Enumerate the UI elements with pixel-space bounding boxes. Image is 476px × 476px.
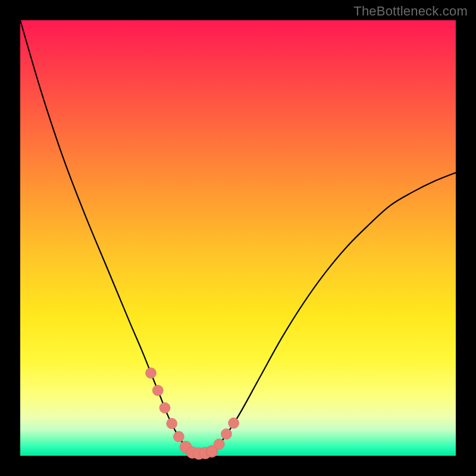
watermark-text: TheBottleneck.com xyxy=(353,4,468,19)
curve-marker xyxy=(159,402,170,413)
curve-marker xyxy=(146,368,156,378)
curve-marker xyxy=(173,431,184,442)
curve-marker xyxy=(152,385,163,396)
curve-marker xyxy=(228,418,239,428)
curve-markers xyxy=(146,368,239,459)
curve-svg xyxy=(20,20,456,456)
curve-marker xyxy=(167,418,177,429)
curve-marker xyxy=(221,428,231,439)
curve-marker xyxy=(214,439,224,449)
chart-stage: TheBottleneck.com xyxy=(0,0,476,476)
bottleneck-curve xyxy=(20,20,456,454)
plot-area xyxy=(20,20,456,456)
